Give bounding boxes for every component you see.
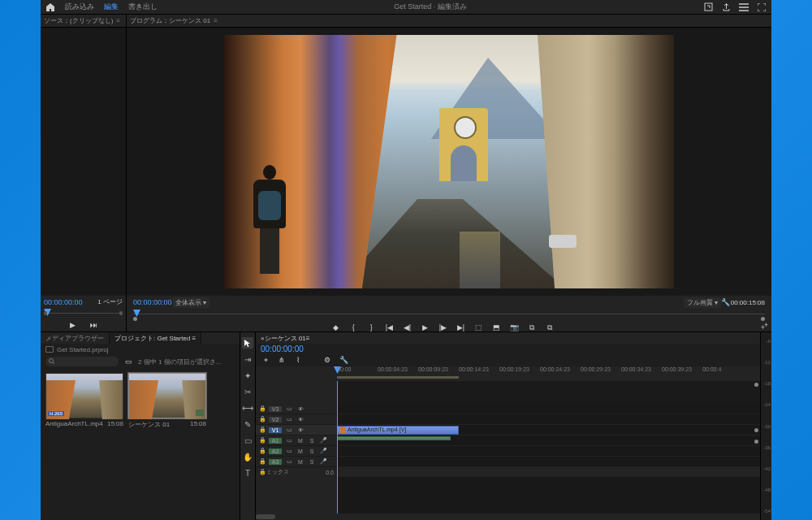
time-tick: 00:00 <box>337 366 352 372</box>
meter-tick: -12 <box>761 360 771 365</box>
program-panel: プログラム：シーケンス 01≡ 00:00:00:00 全体表示 ▾ <box>127 15 771 332</box>
svg-rect-0 <box>705 3 712 11</box>
hand-tool[interactable]: ✋ <box>242 451 253 462</box>
source-monitor[interactable] <box>41 28 126 296</box>
meter-tick: -24 <box>761 402 771 407</box>
clip-item[interactable]: H.265 AntiguaArchTL.mp415:08 <box>45 373 123 431</box>
source-step-icon[interactable]: ⏭ <box>89 320 99 330</box>
time-tick: 00:00:29:23 <box>581 366 611 372</box>
time-tick: 00:00:39:23 <box>662 366 692 372</box>
program-duration: 00:00:15:08 <box>731 299 765 306</box>
ripple-tool[interactable]: ✦ <box>242 370 253 381</box>
rect-tool[interactable]: ▭ <box>242 435 253 446</box>
share-icon[interactable] <box>721 2 731 12</box>
app-window: 読み込み 編集 書き出し Get Started · 編集済み ソース：(クリッ… <box>41 0 771 520</box>
quality-dropdown[interactable]: フル画質 ▾ <box>684 297 721 308</box>
source-panel-header[interactable]: ソース：(クリップなし)≡ <box>41 15 126 28</box>
time-tick: 00:00:09:23 <box>418 366 448 372</box>
tab-project[interactable]: プロジェクト: Get Started ≡ <box>110 332 201 344</box>
item-count: 2 個中 1 個の項目が選択さ… <box>138 358 222 366</box>
meter-tick: -6 <box>761 339 771 344</box>
zoom-scrollbar[interactable] <box>256 514 760 520</box>
wrench-icon[interactable]: 🔧 <box>721 297 731 307</box>
program-timecode[interactable]: 00:00:00:00 <box>133 298 172 306</box>
meter-tick: -36 <box>761 445 771 450</box>
source-add-button[interactable]: + <box>764 321 768 329</box>
top-bar: 読み込み 編集 書き出し Get Started · 編集済み <box>41 0 771 15</box>
time-tick: 00:00:34:23 <box>621 366 651 372</box>
audio-clip[interactable] <box>337 436 451 440</box>
source-play-icon[interactable]: ▶ <box>68 320 78 330</box>
tracks-content[interactable]: AntiguaArchTL.mp4 [V] <box>337 404 760 514</box>
settings-icon[interactable]: ⚙ <box>322 355 332 365</box>
program-scrubber[interactable] <box>133 309 765 320</box>
meter-tick: -18 <box>761 381 771 386</box>
razor-tool[interactable]: ✂ <box>242 386 253 397</box>
tab-export[interactable]: 書き出し <box>128 2 158 12</box>
home-icon[interactable] <box>45 2 55 12</box>
zoom-dropdown[interactable]: 全体表示 ▾ <box>172 297 209 308</box>
track-v3[interactable]: 🔒V3▭👁 <box>256 404 337 414</box>
time-tick: 00:00:19:23 <box>499 366 529 372</box>
snap-icon[interactable]: ⌖ <box>261 355 270 365</box>
tools-panel: ⇥ ✦ ✂ ⟷ ✎ ▭ ✋ T <box>240 332 256 520</box>
track-select-tool[interactable]: ⇥ <box>242 353 253 365</box>
track-a2[interactable]: 🔒A2▭MS🎤 <box>256 446 337 457</box>
source-page: 1 ページ <box>97 297 123 306</box>
meter-tick: -48 <box>761 488 771 492</box>
meter-tick: -42 <box>761 466 771 471</box>
search-input[interactable] <box>45 357 119 366</box>
time-tick: 00:00:04:23 <box>378 366 408 372</box>
timeline-panel: × シーケンス 01 ≡ 00:00:00:00 ⌖ ⋔ ⌇ ⚙ 🔧 00:00… <box>256 332 760 520</box>
time-tick: 00:00:4 <box>702 366 721 372</box>
track-headers: 🔒V3▭👁 🔒V2▭👁 🔒V1▭👁 🔒A1▭MS🎤 🔒A2▭MS🎤 🔒A3▭MS… <box>256 404 337 514</box>
tab-media-browser[interactable]: メディアブラウザー <box>41 332 110 344</box>
track-a3[interactable]: 🔒A3▭MS🎤 <box>256 457 337 467</box>
type-tool[interactable]: T <box>242 467 253 479</box>
program-monitor[interactable] <box>127 28 771 296</box>
new-bin-icon[interactable]: ▭ <box>123 357 133 366</box>
program-panel-header[interactable]: プログラム：シーケンス 01≡ <box>127 15 771 28</box>
svg-point-1 <box>50 359 54 363</box>
source-scrubber[interactable] <box>44 308 123 319</box>
bin-icon <box>45 346 54 353</box>
selection-tool[interactable] <box>242 337 253 349</box>
wrench2-icon[interactable]: 🔧 <box>339 355 348 365</box>
meter-tick: -30 <box>761 424 771 429</box>
tab-import[interactable]: 読み込み <box>65 2 94 12</box>
slip-tool[interactable]: ⟷ <box>242 402 253 414</box>
maximize-icon[interactable] <box>757 2 767 12</box>
quick-export-icon[interactable] <box>703 2 713 12</box>
video-clip[interactable]: AntiguaArchTL.mp4 [V] <box>337 426 459 435</box>
audio-meter: -6-12-18-24-30-36-42-48-54 <box>760 332 771 520</box>
timeline-tab[interactable]: × シーケンス 01 ≡ <box>256 332 760 344</box>
marker-icon[interactable]: ⋔ <box>277 355 287 365</box>
timeline-timecode[interactable]: 00:00:00:00 <box>261 344 304 353</box>
workspace-icon[interactable] <box>739 2 749 12</box>
time-tick: 00:00:14:23 <box>459 366 489 372</box>
tab-edit[interactable]: 編集 <box>104 2 119 12</box>
track-v1[interactable]: 🔒V1▭👁 <box>256 425 337 436</box>
video-frame <box>224 35 674 288</box>
document-title: Get Started · 編集済み <box>158 2 703 12</box>
source-panel: ソース：(クリップなし)≡ 00:00:00:00 1 ページ ▶ ⏭ + <box>41 15 127 332</box>
sequence-item[interactable]: シーケンス 0115:08 <box>128 373 206 431</box>
time-ruler[interactable]: 00:0000:00:04:2300:00:09:2300:00:14:2300… <box>337 366 760 381</box>
meter-tick: -54 <box>761 509 771 514</box>
time-tick: 00:00:24:23 <box>540 366 570 372</box>
project-panel: メディアブラウザー プロジェクト: Get Started ≡ Get Star… <box>41 332 240 520</box>
pen-tool[interactable]: ✎ <box>242 418 253 430</box>
source-timecode[interactable]: 00:00:00:00 <box>44 298 83 306</box>
sequence-icon <box>196 410 204 416</box>
link-icon[interactable]: ⌇ <box>293 355 303 365</box>
project-filename: Get Started.prproj <box>57 346 109 353</box>
track-a1[interactable]: 🔒A1▭MS🎤 <box>256 436 337 446</box>
track-v2[interactable]: 🔒V2▭👁 <box>256 414 337 425</box>
